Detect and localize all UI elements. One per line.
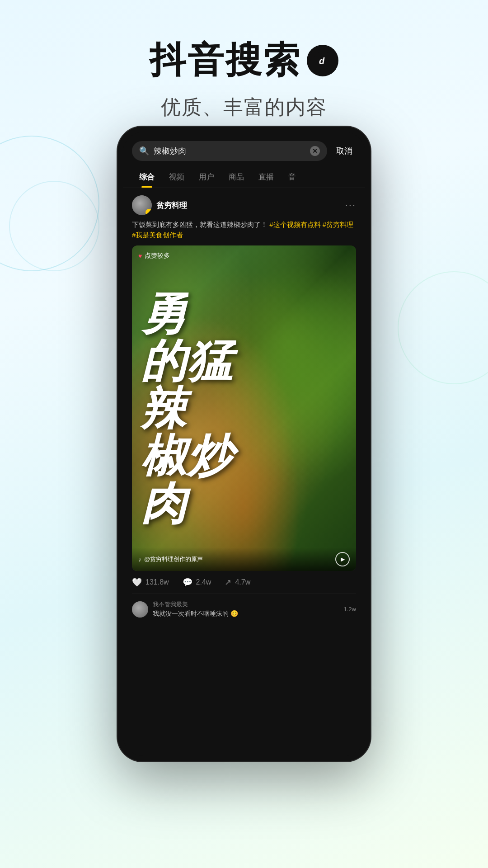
tiktok-logo-icon: d — [307, 45, 338, 76]
comment-likes: 1.2w — [344, 606, 356, 613]
post-header: ✓ 贫穷料理 ··· — [132, 195, 356, 215]
shares-count: 4.7w — [235, 578, 250, 586]
comment-row: 我不管我最美 我就没一次看时不咽唾沫的 😊 1.2w — [132, 600, 356, 618]
search-query: 辣椒炒肉 — [154, 146, 305, 156]
tab-商品[interactable]: 商品 — [221, 166, 251, 188]
phone-frame: 🔍 辣椒炒肉 ✕ 取消 综合 视频 用户 商品 直播 音 — [117, 127, 371, 761]
post-stats: 🤍 131.8w 💬 2.4w ↗ 4.7w — [132, 571, 356, 594]
comment-text: 我就没一次看时不咽唾沫的 😊 — [153, 610, 339, 618]
comment-content: 我不管我最美 我就没一次看时不咽唾沫的 😊 — [153, 600, 339, 618]
subtitle-text: 优质、丰富的内容 — [0, 94, 488, 121]
search-input-wrapper[interactable]: 🔍 辣椒炒肉 ✕ — [132, 141, 327, 161]
audio-label: @贫穷料理创作的原声 — [144, 555, 203, 563]
likes-stat[interactable]: 🤍 131.8w — [132, 577, 169, 587]
cancel-button[interactable]: 取消 — [333, 146, 356, 156]
content-area: ✓ 贫穷料理 ··· 下饭菜到底有多凶猛，就看这道辣椒炒肉了！ #这个视频有点料… — [123, 188, 365, 629]
title-text: 抖音搜索 — [150, 36, 301, 85]
audio-info: ♪ @贫穷料理创作的原声 — [138, 555, 203, 563]
tiktok-note-icon: ♪ — [138, 556, 141, 563]
hashtag-3[interactable]: #我是美食创作者 — [132, 231, 183, 239]
shares-stat[interactable]: ↗ 4.7w — [225, 577, 250, 587]
app-title: 抖音搜索 d — [0, 36, 488, 85]
post-desc-text: 下饭菜到底有多凶猛，就看这道辣椒炒肉了！ — [132, 221, 269, 228]
comments-count: 2.4w — [196, 578, 211, 586]
verified-badge: ✓ — [145, 209, 152, 215]
bg-decoration-3 — [398, 271, 488, 384]
phone-mockup: 🔍 辣椒炒肉 ✕ 取消 综合 视频 用户 商品 直播 音 — [117, 127, 371, 761]
comments-stat[interactable]: 💬 2.4w — [183, 577, 211, 587]
video-bottom-bar: ♪ @贫穷料理创作的原声 ▶ — [132, 547, 356, 571]
svg-text:d: d — [319, 56, 326, 66]
more-options-button[interactable]: ··· — [345, 199, 356, 211]
hashtag-2[interactable]: #贫穷料理 — [323, 221, 353, 228]
clear-search-button[interactable]: ✕ — [310, 146, 320, 156]
tabs-container: 综合 视频 用户 商品 直播 音 — [123, 166, 365, 188]
tab-直播[interactable]: 直播 — [251, 166, 281, 188]
heart-stat-icon: 🤍 — [132, 577, 142, 587]
hashtag-1[interactable]: #这个视频有点料 — [269, 221, 323, 228]
comment-stat-icon: 💬 — [183, 577, 192, 587]
commenter-name: 我不管我最美 — [153, 600, 339, 609]
phone-screen: 🔍 辣椒炒肉 ✕ 取消 综合 视频 用户 商品 直播 音 — [123, 132, 365, 756]
video-text-overlay: 勇的猛辣椒炒肉 — [132, 245, 356, 571]
post-author-info: ✓ 贫穷料理 — [132, 195, 187, 215]
post-description: 下饭菜到底有多凶猛，就看这道辣椒炒肉了！ #这个视频有点料 #贫穷料理 #我是美… — [132, 220, 356, 240]
play-button[interactable]: ▶ — [335, 552, 350, 566]
tab-视频[interactable]: 视频 — [162, 166, 192, 188]
tab-用户[interactable]: 用户 — [192, 166, 221, 188]
author-avatar: ✓ — [132, 195, 152, 215]
header-section: 抖音搜索 d 优质、丰富的内容 — [0, 0, 488, 121]
bg-decoration-2 — [9, 181, 99, 271]
search-bar-container: 🔍 辣椒炒肉 ✕ 取消 — [123, 132, 365, 166]
likes-count: 131.8w — [145, 578, 169, 586]
search-icon: 🔍 — [139, 146, 149, 156]
share-stat-icon: ↗ — [225, 577, 231, 587]
comments-section: 我不管我最美 我就没一次看时不咽唾沫的 😊 1.2w — [132, 594, 356, 629]
author-name: 贫穷料理 — [156, 200, 187, 211]
tab-音乐[interactable]: 音 — [281, 166, 303, 188]
commenter-avatar — [132, 601, 148, 618]
video-overlay-text: 勇的猛辣椒炒肉 — [141, 290, 233, 527]
tab-综合[interactable]: 综合 — [132, 166, 162, 188]
video-thumbnail[interactable]: ♥ 点赞较多 勇的猛辣椒炒肉 ♪ @贫穷料理创作的原声 — [132, 245, 356, 571]
